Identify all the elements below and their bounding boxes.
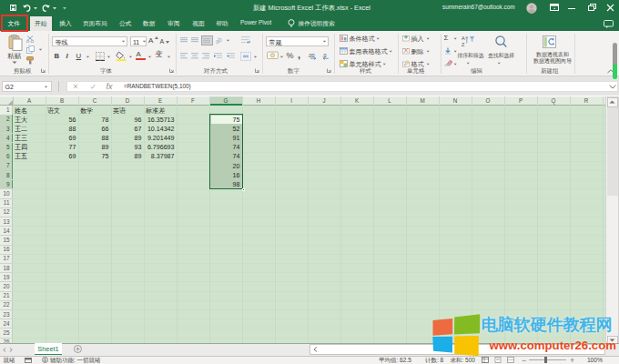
svg-text:.00: .00 — [308, 53, 315, 58]
svg-text:A: A — [462, 35, 465, 41]
svg-text:Z: Z — [462, 42, 465, 47]
